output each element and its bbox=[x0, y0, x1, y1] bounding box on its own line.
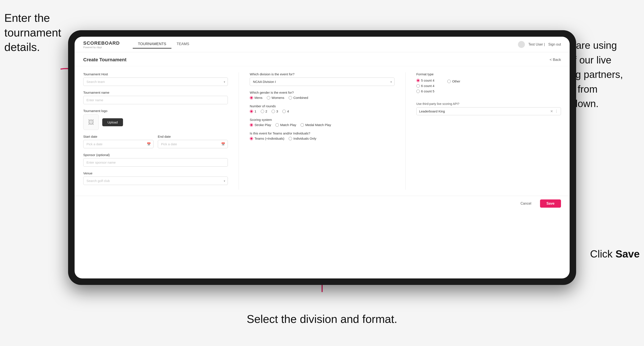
user-avatar bbox=[518, 41, 525, 48]
left-col: Tournament Host ▾ Tournament name Tourna… bbox=[83, 72, 228, 190]
sponsor-label: Sponsor (optional) bbox=[83, 153, 228, 157]
format-6count4-radio[interactable] bbox=[416, 84, 420, 88]
format-col: Format type 5 count 4 6 count 4 bbox=[416, 72, 561, 190]
venue-input[interactable] bbox=[83, 176, 228, 185]
end-date-input[interactable] bbox=[158, 140, 228, 148]
format-other[interactable]: Other bbox=[447, 79, 460, 83]
rounds-3-radio[interactable] bbox=[272, 110, 275, 113]
brand-sub: Powered by clippi bbox=[83, 46, 120, 49]
live-scoring-expand-icon[interactable]: ⋮ bbox=[555, 109, 558, 113]
division-wrapper: NCAA Division I ▾ bbox=[250, 77, 394, 86]
live-scoring-clear-icon[interactable]: ✕ bbox=[550, 109, 553, 113]
tournament-logo-group: Tournament logo 🖼 Upload bbox=[83, 109, 228, 130]
middle-col: Which division is the event for? NCAA Di… bbox=[250, 72, 394, 190]
form-footer: Cancel Save bbox=[74, 196, 570, 211]
rounds-4-radio[interactable] bbox=[282, 110, 286, 113]
gender-combined-label: Combined bbox=[293, 96, 308, 100]
annotation-division: Select the division and format. bbox=[247, 312, 397, 327]
rounds-3[interactable]: 3 bbox=[272, 109, 278, 113]
brand-title: SCOREBOARD bbox=[83, 40, 120, 46]
scoring-group: Scoring system Stroke Play Match Play bbox=[250, 118, 394, 127]
rounds-2-label: 2 bbox=[266, 109, 267, 113]
division-select[interactable]: NCAA Division I bbox=[250, 77, 394, 86]
rounds-1-label: 1 bbox=[254, 109, 256, 113]
scoring-match[interactable]: Match Play bbox=[276, 123, 296, 127]
gender-womens[interactable]: Womens bbox=[267, 96, 284, 100]
gender-radio-group: Mens Womens Combined bbox=[250, 96, 394, 100]
format-6count5-radio[interactable] bbox=[416, 90, 420, 93]
col-divider-2 bbox=[405, 72, 406, 190]
tournament-name-input[interactable] bbox=[83, 96, 228, 104]
form-body: Tournament Host ▾ Tournament name Tourna… bbox=[74, 66, 570, 196]
teams-individuals-radio[interactable] bbox=[250, 137, 253, 140]
scoring-medal-radio[interactable] bbox=[300, 123, 304, 127]
cancel-button[interactable]: Cancel bbox=[515, 199, 536, 208]
live-scoring-select[interactable]: Leaderboard King ✕ ⋮ bbox=[416, 107, 561, 115]
rounds-4-label: 4 bbox=[287, 109, 289, 113]
gender-combined-radio[interactable] bbox=[288, 96, 292, 100]
format-5count4[interactable]: 5 count 4 bbox=[416, 79, 434, 82]
back-button[interactable]: < Back bbox=[550, 58, 561, 62]
sponsor-input[interactable] bbox=[83, 158, 228, 167]
rounds-2[interactable]: 2 bbox=[261, 109, 267, 113]
format-6count5[interactable]: 6 count 5 bbox=[416, 89, 434, 93]
gender-mens-radio[interactable] bbox=[250, 96, 253, 100]
gender-label: Which gender is the event for? bbox=[250, 91, 394, 94]
logo-upload-area: 🖼 Upload bbox=[83, 114, 228, 130]
sign-out-link[interactable]: Sign out bbox=[548, 42, 561, 46]
format-other-radio[interactable] bbox=[447, 80, 451, 83]
gender-womens-radio[interactable] bbox=[267, 96, 270, 100]
tab-teams[interactable]: TEAMS bbox=[172, 40, 194, 49]
individuals-only-label: Individuals Only bbox=[293, 137, 316, 140]
rounds-4[interactable]: 4 bbox=[282, 109, 289, 113]
page-title: Create Tournament bbox=[83, 57, 126, 63]
team-event-label: Is this event for Teams and/or Individua… bbox=[250, 132, 394, 135]
format-type-group: Format type 5 count 4 6 count 4 bbox=[416, 72, 561, 97]
teams-individuals-label: Teams (+Individuals) bbox=[254, 137, 284, 140]
start-date-label: Start date bbox=[83, 135, 154, 138]
end-date-group: End date 📅 bbox=[158, 135, 228, 148]
format-6count5-label: 6 count 5 bbox=[421, 89, 434, 93]
upload-button[interactable]: Upload bbox=[102, 118, 123, 126]
nav-tabs: TOURNAMENTS TEAMS bbox=[133, 40, 194, 49]
tournament-host-wrapper: ▾ bbox=[83, 77, 228, 86]
format-5count4-label: 5 count 4 bbox=[421, 79, 434, 82]
individuals-only-radio[interactable] bbox=[288, 137, 292, 140]
scoring-stroke-radio[interactable] bbox=[250, 123, 253, 127]
gender-mens[interactable]: Mens bbox=[250, 96, 262, 100]
tab-tournaments[interactable]: TOURNAMENTS bbox=[133, 40, 172, 49]
calendar-icon-end: 📅 bbox=[221, 142, 225, 146]
scoring-stroke[interactable]: Stroke Play bbox=[250, 123, 271, 127]
rounds-2-radio[interactable] bbox=[261, 110, 264, 113]
scoring-medal-match[interactable]: Medal Match Play bbox=[300, 123, 331, 127]
format-5count4-radio[interactable] bbox=[416, 79, 420, 82]
start-date-wrapper: 📅 bbox=[83, 140, 154, 148]
col-divider-1 bbox=[239, 72, 239, 190]
start-date-input[interactable] bbox=[83, 140, 154, 148]
division-group: Which division is the event for? NCAA Di… bbox=[250, 72, 394, 86]
annotation-save: Click Save bbox=[590, 247, 640, 261]
venue-wrapper: ▾ bbox=[83, 176, 228, 185]
tournament-name-group: Tournament name bbox=[83, 91, 228, 104]
gender-combined[interactable]: Combined bbox=[288, 96, 308, 100]
format-options-main: 5 count 4 6 count 4 6 count 5 bbox=[416, 79, 434, 93]
scoring-match-radio[interactable] bbox=[276, 123, 279, 127]
user-text: Test User | bbox=[528, 42, 545, 46]
save-button[interactable]: Save bbox=[540, 199, 561, 208]
division-label: Which division is the event for? bbox=[250, 72, 394, 76]
navbar: SCOREBOARD Powered by clippi TOURNAMENTS… bbox=[74, 37, 570, 52]
tournament-host-input[interactable] bbox=[83, 77, 228, 86]
format-other-label: Other bbox=[452, 79, 460, 83]
live-scoring-value: Leaderboard King bbox=[419, 109, 548, 113]
rounds-1-radio[interactable] bbox=[250, 110, 253, 113]
teams-individuals[interactable]: Teams (+Individuals) bbox=[250, 137, 284, 140]
tablet-screen: SCOREBOARD Powered by clippi TOURNAMENTS… bbox=[74, 37, 570, 278]
brand: SCOREBOARD Powered by clippi bbox=[83, 40, 120, 49]
individuals-only[interactable]: Individuals Only bbox=[288, 137, 316, 140]
gender-womens-label: Womens bbox=[272, 96, 284, 100]
rounds-1[interactable]: 1 bbox=[250, 109, 256, 113]
end-date-wrapper: 📅 bbox=[158, 140, 228, 148]
format-6count4[interactable]: 6 count 4 bbox=[416, 84, 434, 88]
calendar-icon-start: 📅 bbox=[147, 142, 151, 146]
image-icon: 🖼 bbox=[88, 119, 94, 126]
